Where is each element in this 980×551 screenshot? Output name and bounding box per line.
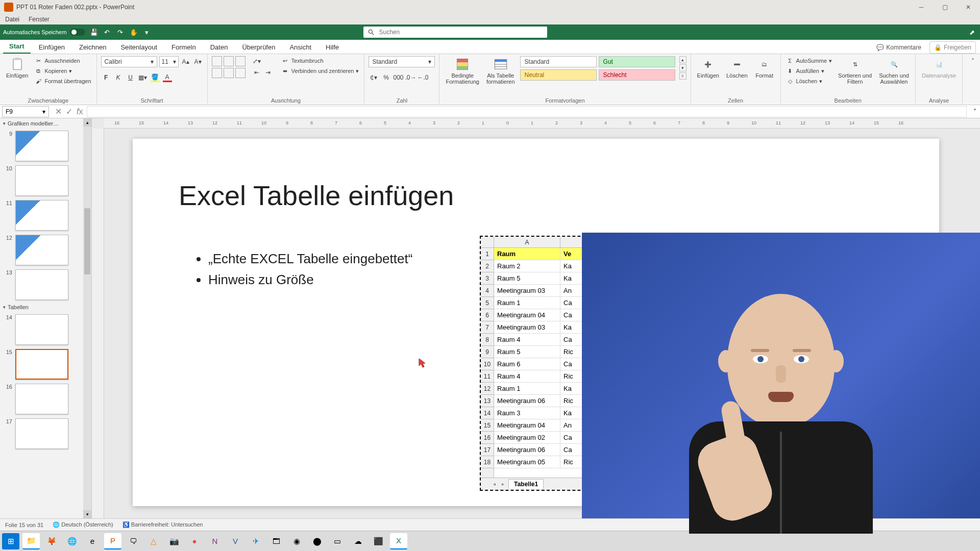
orientation-icon[interactable]: ⤢▾ — [252, 56, 262, 66]
styles-scroll[interactable]: ▴▾▿ — [679, 56, 687, 80]
slide-title[interactable]: Excel Tabelle einfügen — [179, 180, 454, 211]
app-icon-3[interactable]: ● — [186, 533, 203, 549]
bold-button[interactable]: F — [101, 72, 111, 83]
grow-font-icon[interactable]: A▴ — [181, 57, 191, 67]
app-icon-2[interactable]: 📷 — [165, 533, 183, 549]
name-box[interactable]: F9▾ — [2, 106, 49, 117]
ribbon-expand-icon[interactable]: ˄ — [968, 56, 978, 66]
xl-sheet-tab-1[interactable]: Tabelle1 — [508, 479, 544, 489]
style-standard[interactable]: Standard — [520, 56, 597, 67]
accessibility-status[interactable]: ♿ Barrierefreiheit: Untersuchen — [122, 521, 203, 528]
alignment-grid[interactable] — [212, 56, 246, 78]
thumbnail-panel[interactable]: Grafiken modellier… 9 10 11 12 13 Tabell… — [0, 118, 92, 518]
app-icon-6[interactable]: ▭ — [329, 533, 346, 549]
thumb-16[interactable]: 16 — [0, 382, 91, 416]
tab-ansicht[interactable]: Ansicht — [283, 41, 317, 54]
taskbar[interactable]: ⊞ 📁 🦊 🌐 e P 🗨 △ 📷 ● N V ✈ 🗔 ◉ ⬤ ▭ ☁ ⬛ X — [0, 531, 980, 551]
menu-file[interactable]: Datei — [5, 16, 19, 23]
thumb-scrollbar[interactable]: ▴▾ — [83, 118, 91, 518]
thumb-9[interactable]: 9 — [0, 129, 91, 163]
minimize-button[interactable]: ─ — [910, 0, 933, 14]
section-grafiken[interactable]: Grafiken modellier… — [0, 118, 91, 129]
tab-start[interactable]: Start — [3, 40, 31, 54]
style-gut[interactable]: Gut — [599, 56, 675, 67]
shrink-font-icon[interactable]: A▾ — [193, 57, 203, 67]
thumb-17[interactable]: 17 — [0, 416, 91, 451]
insert-cells-button[interactable]: ➕Einfügen — [695, 56, 721, 80]
obs-icon[interactable]: ◉ — [288, 533, 305, 549]
cut-button[interactable]: ✂Ausschneiden — [33, 56, 92, 65]
delete-cells-button[interactable]: ➖Löschen — [724, 56, 750, 80]
accept-formula-icon[interactable]: ✓ — [66, 107, 72, 116]
sort-filter-button[interactable]: ⇅Sortieren und Filtern — [836, 56, 874, 86]
section-tabellen[interactable]: Tabellen — [0, 302, 91, 312]
share-button[interactable]: 🔒 Freigeben — [929, 41, 976, 54]
fill-button[interactable]: ⬇Ausfüllen ▾ — [785, 66, 834, 76]
format-cells-button[interactable]: 🗂Format — [753, 56, 776, 80]
app-icon-7[interactable]: ☁ — [349, 533, 366, 549]
xl-select-all-corner[interactable] — [481, 237, 494, 248]
number-format-select[interactable]: Standard▾ — [369, 56, 435, 67]
touch-mode-icon[interactable]: ✋ — [129, 28, 138, 37]
autosum-button[interactable]: ΣAutoSumme ▾ — [785, 56, 834, 65]
edge-icon[interactable]: e — [84, 533, 101, 549]
maximize-button[interactable]: ▢ — [933, 0, 957, 14]
comma-icon[interactable]: 000 — [393, 72, 403, 83]
data-analysis-button[interactable]: 📊Datenanalyse — [920, 56, 958, 80]
style-schlecht[interactable]: Schlecht — [599, 69, 675, 81]
firefox-icon[interactable]: 🦊 — [43, 533, 60, 549]
formula-input[interactable] — [87, 106, 967, 117]
search-box[interactable]: Suchen — [363, 27, 547, 38]
redo-icon[interactable]: ↷ — [116, 28, 125, 37]
thumb-11[interactable]: 11 — [0, 198, 91, 233]
undo-icon[interactable]: ↶ — [103, 28, 112, 37]
slide-bullets[interactable]: „Echte EXCEL Tabelle eingebettet“ Hinwei… — [194, 251, 412, 293]
font-name-select[interactable]: Calibri▾ — [101, 56, 157, 67]
slide-area[interactable]: 1615141312111098765432101234567891011121… — [92, 118, 980, 518]
find-select-button[interactable]: 🔍Suchen und Auswählen — [877, 56, 911, 86]
dec-decimal-icon[interactable]: ←.0 — [418, 72, 428, 83]
wrap-text-button[interactable]: ↩Textumbruch — [280, 56, 360, 65]
toggle-icon[interactable] — [70, 29, 85, 36]
xl-row-headers[interactable]: 123456789101112131415161718 — [481, 248, 494, 478]
visio-icon[interactable]: V — [227, 533, 244, 549]
close-button[interactable]: ✕ — [957, 0, 980, 14]
onenote-icon[interactable]: N — [206, 533, 224, 549]
copy-button[interactable]: ⧉Kopieren ▾ — [33, 66, 92, 76]
save-icon[interactable]: 💾 — [89, 28, 99, 37]
tab-ueberpruefen[interactable]: Überprüfen — [236, 41, 281, 54]
app-icon-4[interactable]: 🗔 — [267, 533, 285, 549]
qat-more-icon[interactable]: ▾ — [142, 28, 152, 37]
slide-counter[interactable]: Folie 15 von 31 — [5, 522, 43, 528]
fill-color-button[interactable]: 🪣 — [150, 72, 160, 83]
underline-button[interactable]: U — [126, 72, 136, 83]
ribbon-collapse-icon[interactable]: ⬈ — [968, 28, 977, 37]
tab-einfuegen[interactable]: Einfügen — [33, 41, 71, 54]
xl-col-A[interactable]: A — [494, 237, 560, 247]
outdent-icon[interactable]: ⇤ — [252, 67, 262, 78]
format-as-table-button[interactable]: Als Tabelle formatieren — [484, 56, 517, 86]
language-status[interactable]: 🌐 Deutsch (Österreich) — [53, 521, 113, 528]
merge-center-button[interactable]: ⬌Verbinden und zentrieren ▾ — [280, 66, 360, 76]
xl-tab-nav-next[interactable]: ▸ — [500, 481, 506, 487]
tab-formeln[interactable]: Formeln — [165, 41, 202, 54]
italic-button[interactable]: K — [113, 72, 124, 83]
thumb-14[interactable]: 14 — [0, 312, 91, 347]
app-icon-5[interactable]: ⬤ — [308, 533, 326, 549]
inc-decimal-icon[interactable]: .0→ — [405, 72, 415, 83]
thumb-12[interactable]: 12 — [0, 233, 91, 267]
tab-hilfe[interactable]: Hilfe — [320, 41, 345, 54]
excel-taskbar-icon[interactable]: X — [390, 533, 407, 549]
chrome-icon[interactable]: 🌐 — [63, 533, 81, 549]
percent-icon[interactable]: % — [381, 72, 391, 83]
start-button[interactable]: ⊞ — [2, 533, 19, 549]
format-painter-button[interactable]: 🖌Format übertragen — [33, 77, 92, 86]
explorer-icon[interactable]: 📁 — [22, 533, 40, 549]
clear-button[interactable]: ◇Löschen ▾ — [785, 77, 834, 86]
vlc-icon[interactable]: △ — [145, 533, 162, 549]
thumb-15[interactable]: 15 — [0, 347, 91, 382]
cancel-formula-icon[interactable]: ✕ — [55, 107, 62, 116]
xl-tab-nav-prev[interactable]: ◂ — [491, 481, 498, 487]
telegram-icon[interactable]: ✈ — [247, 533, 264, 549]
tab-zeichnen[interactable]: Zeichnen — [73, 41, 112, 54]
